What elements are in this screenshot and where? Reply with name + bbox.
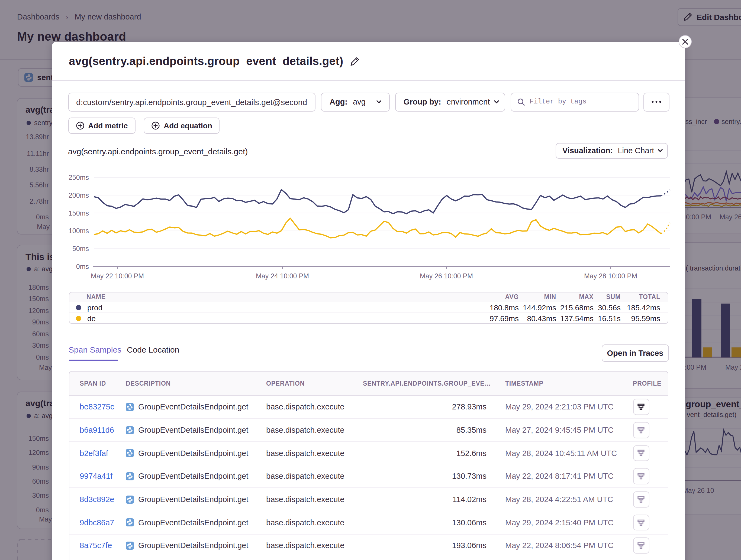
svg-text:50ms: 50ms [72,245,89,252]
svg-text:May 26 10:00 PM: May 26 10:00 PM [420,272,473,280]
svg-text:200ms: 200ms [69,191,89,199]
svg-text:May 22 10:00 PM: May 22 10:00 PM [91,272,144,280]
svg-text:0ms: 0ms [76,263,89,270]
svg-text:150ms: 150ms [69,209,89,217]
svg-text:May 28 10:00 PM: May 28 10:00 PM [584,272,637,280]
svg-text:250ms: 250ms [69,174,89,181]
svg-text:May 24 10:00 PM: May 24 10:00 PM [256,272,309,280]
svg-text:100ms: 100ms [69,227,89,235]
